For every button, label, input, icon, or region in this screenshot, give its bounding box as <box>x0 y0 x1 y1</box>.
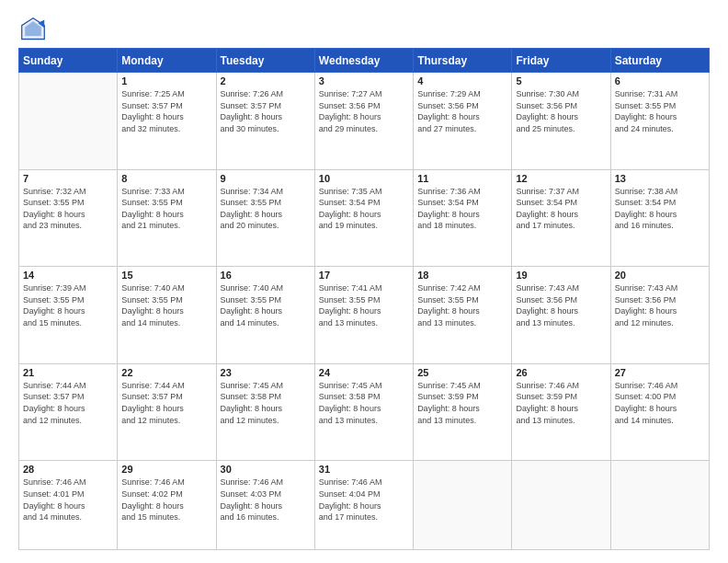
day-info: Sunrise: 7:36 AM Sunset: 3:54 PM Dayligh… <box>417 186 507 232</box>
day-number: 27 <box>615 367 705 378</box>
day-info: Sunrise: 7:41 AM Sunset: 3:55 PM Dayligh… <box>319 282 409 328</box>
day-info: Sunrise: 7:45 AM Sunset: 3:58 PM Dayligh… <box>319 380 409 426</box>
calendar-cell: 22Sunrise: 7:44 AM Sunset: 3:57 PM Dayli… <box>118 363 216 461</box>
calendar-week-row-3: 14Sunrise: 7:39 AM Sunset: 3:55 PM Dayli… <box>19 267 710 364</box>
day-number: 31 <box>319 464 409 475</box>
day-number: 28 <box>23 464 113 475</box>
calendar-header-friday: Friday <box>512 49 610 73</box>
day-number: 8 <box>121 173 211 184</box>
day-info: Sunrise: 7:46 AM Sunset: 4:02 PM Dayligh… <box>121 477 211 523</box>
day-info: Sunrise: 7:44 AM Sunset: 3:57 PM Dayligh… <box>23 380 113 426</box>
calendar-cell: 3Sunrise: 7:27 AM Sunset: 3:56 PM Daylig… <box>314 73 413 170</box>
calendar-cell: 25Sunrise: 7:45 AM Sunset: 3:59 PM Dayli… <box>414 363 512 461</box>
calendar-header-tuesday: Tuesday <box>216 49 314 73</box>
day-info: Sunrise: 7:46 AM Sunset: 4:00 PM Dayligh… <box>615 380 705 426</box>
day-number: 30 <box>221 464 311 475</box>
day-number: 26 <box>516 367 606 378</box>
calendar-cell <box>414 461 512 550</box>
day-number: 29 <box>121 464 211 475</box>
day-info: Sunrise: 7:45 AM Sunset: 3:58 PM Dayligh… <box>221 380 311 426</box>
calendar-cell: 2Sunrise: 7:26 AM Sunset: 3:57 PM Daylig… <box>216 73 314 170</box>
day-info: Sunrise: 7:33 AM Sunset: 3:55 PM Dayligh… <box>121 186 211 232</box>
day-info: Sunrise: 7:40 AM Sunset: 3:55 PM Dayligh… <box>221 282 311 328</box>
calendar-cell: 9Sunrise: 7:34 AM Sunset: 3:55 PM Daylig… <box>216 169 314 267</box>
day-number: 2 <box>221 75 311 86</box>
day-info: Sunrise: 7:43 AM Sunset: 3:56 PM Dayligh… <box>615 282 705 328</box>
calendar-cell: 27Sunrise: 7:46 AM Sunset: 4:00 PM Dayli… <box>610 363 709 461</box>
calendar-cell: 17Sunrise: 7:41 AM Sunset: 3:55 PM Dayli… <box>314 267 413 364</box>
day-info: Sunrise: 7:26 AM Sunset: 3:57 PM Dayligh… <box>221 88 311 134</box>
day-info: Sunrise: 7:35 AM Sunset: 3:54 PM Dayligh… <box>319 186 409 232</box>
calendar-cell: 21Sunrise: 7:44 AM Sunset: 3:57 PM Dayli… <box>19 363 118 461</box>
day-info: Sunrise: 7:46 AM Sunset: 4:01 PM Dayligh… <box>23 477 113 523</box>
day-number: 20 <box>615 270 705 281</box>
day-number: 24 <box>319 367 409 378</box>
calendar-cell: 13Sunrise: 7:38 AM Sunset: 3:54 PM Dayli… <box>610 169 709 267</box>
day-info: Sunrise: 7:32 AM Sunset: 3:55 PM Dayligh… <box>23 186 113 232</box>
day-info: Sunrise: 7:29 AM Sunset: 3:56 PM Dayligh… <box>417 88 507 134</box>
day-number: 19 <box>516 270 606 281</box>
calendar-cell: 31Sunrise: 7:46 AM Sunset: 4:04 PM Dayli… <box>314 461 413 550</box>
calendar-week-row-1: 1Sunrise: 7:25 AM Sunset: 3:57 PM Daylig… <box>19 73 710 170</box>
day-number: 22 <box>121 367 211 378</box>
day-info: Sunrise: 7:37 AM Sunset: 3:54 PM Dayligh… <box>516 186 606 232</box>
day-info: Sunrise: 7:38 AM Sunset: 3:54 PM Dayligh… <box>615 186 705 232</box>
calendar-cell: 16Sunrise: 7:40 AM Sunset: 3:55 PM Dayli… <box>216 267 314 364</box>
calendar-week-row-2: 7Sunrise: 7:32 AM Sunset: 3:55 PM Daylig… <box>19 169 710 267</box>
day-number: 14 <box>23 270 113 281</box>
calendar-cell: 23Sunrise: 7:45 AM Sunset: 3:58 PM Dayli… <box>216 363 314 461</box>
day-number: 17 <box>319 270 409 281</box>
day-info: Sunrise: 7:40 AM Sunset: 3:55 PM Dayligh… <box>121 282 211 328</box>
calendar-cell: 29Sunrise: 7:46 AM Sunset: 4:02 PM Dayli… <box>118 461 216 550</box>
calendar-cell: 12Sunrise: 7:37 AM Sunset: 3:54 PM Dayli… <box>512 169 610 267</box>
day-number: 15 <box>121 270 211 281</box>
day-number: 18 <box>417 270 507 281</box>
logo-icon <box>20 17 46 42</box>
day-number: 3 <box>319 75 409 86</box>
day-info: Sunrise: 7:34 AM Sunset: 3:55 PM Dayligh… <box>221 186 311 232</box>
day-number: 7 <box>23 173 113 184</box>
header <box>18 17 710 42</box>
calendar-cell: 26Sunrise: 7:46 AM Sunset: 3:59 PM Dayli… <box>512 363 610 461</box>
calendar-cell: 5Sunrise: 7:30 AM Sunset: 3:56 PM Daylig… <box>512 73 610 170</box>
day-number: 13 <box>615 173 705 184</box>
calendar-cell: 20Sunrise: 7:43 AM Sunset: 3:56 PM Dayli… <box>610 267 709 364</box>
calendar-table: SundayMondayTuesdayWednesdayThursdayFrid… <box>18 48 710 550</box>
day-info: Sunrise: 7:42 AM Sunset: 3:55 PM Dayligh… <box>417 282 507 328</box>
day-number: 16 <box>221 270 311 281</box>
day-number: 10 <box>319 173 409 184</box>
calendar-header-saturday: Saturday <box>610 49 709 73</box>
day-info: Sunrise: 7:30 AM Sunset: 3:56 PM Dayligh… <box>516 88 606 134</box>
calendar-cell: 28Sunrise: 7:46 AM Sunset: 4:01 PM Dayli… <box>19 461 118 550</box>
calendar-week-row-5: 28Sunrise: 7:46 AM Sunset: 4:01 PM Dayli… <box>19 461 710 550</box>
calendar-cell: 4Sunrise: 7:29 AM Sunset: 3:56 PM Daylig… <box>414 73 512 170</box>
calendar-header-wednesday: Wednesday <box>314 49 413 73</box>
calendar-cell: 30Sunrise: 7:46 AM Sunset: 4:03 PM Dayli… <box>216 461 314 550</box>
day-number: 12 <box>516 173 606 184</box>
day-info: Sunrise: 7:39 AM Sunset: 3:55 PM Dayligh… <box>23 282 113 328</box>
calendar-cell: 15Sunrise: 7:40 AM Sunset: 3:55 PM Dayli… <box>118 267 216 364</box>
day-number: 1 <box>121 75 211 86</box>
calendar-cell: 19Sunrise: 7:43 AM Sunset: 3:56 PM Dayli… <box>512 267 610 364</box>
calendar-cell: 14Sunrise: 7:39 AM Sunset: 3:55 PM Dayli… <box>19 267 118 364</box>
day-info: Sunrise: 7:27 AM Sunset: 3:56 PM Dayligh… <box>319 88 409 134</box>
calendar-cell: 8Sunrise: 7:33 AM Sunset: 3:55 PM Daylig… <box>118 169 216 267</box>
calendar-week-row-4: 21Sunrise: 7:44 AM Sunset: 3:57 PM Dayli… <box>19 363 710 461</box>
logo <box>18 17 48 42</box>
day-info: Sunrise: 7:45 AM Sunset: 3:59 PM Dayligh… <box>417 380 507 426</box>
calendar-cell <box>19 73 118 170</box>
day-info: Sunrise: 7:46 AM Sunset: 4:03 PM Dayligh… <box>221 477 311 523</box>
day-info: Sunrise: 7:31 AM Sunset: 3:55 PM Dayligh… <box>615 88 705 134</box>
day-info: Sunrise: 7:46 AM Sunset: 3:59 PM Dayligh… <box>516 380 606 426</box>
calendar-cell: 11Sunrise: 7:36 AM Sunset: 3:54 PM Dayli… <box>414 169 512 267</box>
calendar-header-sunday: Sunday <box>19 49 118 73</box>
day-info: Sunrise: 7:43 AM Sunset: 3:56 PM Dayligh… <box>516 282 606 328</box>
calendar-cell: 24Sunrise: 7:45 AM Sunset: 3:58 PM Dayli… <box>314 363 413 461</box>
day-info: Sunrise: 7:25 AM Sunset: 3:57 PM Dayligh… <box>121 88 211 134</box>
calendar-cell: 7Sunrise: 7:32 AM Sunset: 3:55 PM Daylig… <box>19 169 118 267</box>
calendar-cell: 10Sunrise: 7:35 AM Sunset: 3:54 PM Dayli… <box>314 169 413 267</box>
page: SundayMondayTuesdayWednesdayThursdayFrid… <box>0 0 728 563</box>
day-info: Sunrise: 7:46 AM Sunset: 4:04 PM Dayligh… <box>319 477 409 523</box>
calendar-cell <box>610 461 709 550</box>
calendar-cell <box>512 461 610 550</box>
